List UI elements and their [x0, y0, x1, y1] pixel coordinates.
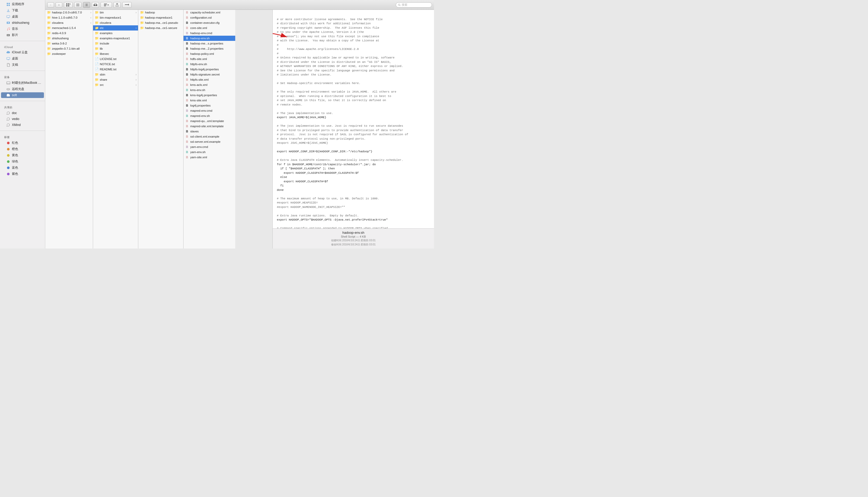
- list-item[interactable]: 🗎 hadoop-policy.xml: [184, 51, 235, 56]
- list-item[interactable]: 📁 examples-mapreduce1: [93, 36, 138, 41]
- list-view-button[interactable]: [74, 2, 82, 8]
- action-button[interactable]: [122, 2, 132, 8]
- sidebar-item-green[interactable]: 绿色: [1, 158, 44, 165]
- column-view-button[interactable]: [83, 2, 90, 8]
- list-item[interactable]: 📁 bin ›: [93, 10, 138, 15]
- list-item[interactable]: 📁 cloudera: [93, 20, 138, 25]
- xml-icon: 🗎: [185, 83, 189, 87]
- list-item[interactable]: 🗎 hadoop-me...2.properties: [184, 46, 235, 51]
- list-item[interactable]: 🗎 ssl-server.xml.example: [184, 139, 235, 144]
- list-item[interactable]: 🗎 httpfs-signature.secret: [184, 72, 235, 77]
- search-box[interactable]: 搜索: [396, 2, 432, 8]
- list-item[interactable]: 🗎 configuration.xsl: [184, 15, 235, 20]
- list-item[interactable]: 🗎 mapred-qu...xml.template: [184, 118, 235, 124]
- list-item[interactable]: 📁 zeppelin-0.7.1-bin-all: [45, 46, 93, 51]
- list-item[interactable]: 📁 hive-1.1.0-cdh5.7.0 ›: [45, 15, 93, 20]
- list-item[interactable]: 📁 redis-4.0.9: [45, 30, 93, 36]
- cover-flow-button[interactable]: [92, 2, 99, 8]
- list-item[interactable]: 📁 include: [93, 41, 138, 46]
- svg-rect-29: [104, 4, 107, 4]
- list-item[interactable]: 📁 zookeeper: [45, 51, 93, 56]
- sidebar-item-soft[interactable]: soft: [1, 92, 44, 98]
- list-item[interactable]: 🗎 kms-env.sh: [184, 87, 235, 93]
- list-item[interactable]: 🗎 yarn-site.xml: [184, 155, 235, 160]
- list-item[interactable]: 🗎 kms-site.xml: [184, 98, 235, 103]
- sidebar-item-shishusheng[interactable]: shishusheng: [1, 20, 44, 26]
- list-item[interactable]: 🗎 httpfs-env.sh: [184, 61, 235, 67]
- list-item[interactable]: 🗎 ssl-client.xml.example: [184, 134, 235, 139]
- arrange-button[interactable]: ▾: [101, 2, 112, 8]
- svg-rect-20: [68, 5, 69, 6]
- list-item[interactable]: 🗎 kms-log4j.properties: [184, 93, 235, 98]
- list-item[interactable]: 📁 shishusheng: [45, 36, 93, 41]
- list-item[interactable]: 🗎 mapred-env.cmd: [184, 108, 235, 113]
- sidebar-favorites: 应用程序 下载 桌面 shishusheng 音乐: [0, 0, 45, 39]
- sidebar-item-icloud-docs[interactable]: 文稿: [1, 62, 44, 68]
- list-item[interactable]: 📁 sbin ›: [93, 72, 138, 77]
- sidebar-item-macbook[interactable]: 时曙生的MacBook Pro: [1, 80, 44, 86]
- sidebar-item-apps[interactable]: 应用程序: [1, 1, 44, 7]
- list-item[interactable]: 🗎 yarn-env.sh: [184, 150, 235, 155]
- icon-view-button[interactable]: [64, 2, 73, 8]
- list-item[interactable]: 🗎 log4j.properties: [184, 103, 235, 108]
- list-item[interactable]: 🗎 container-executor.cfg: [184, 20, 235, 25]
- list-item[interactable]: 📁 hadoop-ma...ce1-pseudo: [138, 20, 183, 25]
- list-item[interactable]: 🗎 core-site.xml: [184, 25, 235, 30]
- back-button[interactable]: ‹: [47, 2, 54, 8]
- svg-rect-19: [66, 5, 68, 6]
- sidebar-item-doc[interactable]: doc: [1, 110, 44, 116]
- list-item[interactable]: 📁 hadoop-mapreduce1: [138, 15, 183, 20]
- chevron-right-icon: ›: [136, 27, 136, 29]
- share-button[interactable]: [114, 2, 121, 8]
- list-item[interactable]: 🗎 capacity-scheduler.xml: [184, 10, 235, 15]
- sidebar-item-movies[interactable]: 影片: [1, 32, 44, 38]
- sidebar-item-vedio[interactable]: vedio: [1, 116, 44, 122]
- folder-icon: 📁: [47, 26, 51, 30]
- list-item[interactable]: 🗎 hdfs-site.xml: [184, 56, 235, 61]
- list-item[interactable]: 📄 LICENSE.txt: [93, 56, 138, 61]
- list-item[interactable]: 📁 weka-3-8-2: [45, 41, 93, 46]
- list-item[interactable]: 🗎 hadoop-env.cmd: [184, 30, 235, 36]
- sidebar-item-orange[interactable]: 橙色: [1, 146, 44, 152]
- list-item[interactable]: 📁 hadoop: [138, 10, 183, 15]
- list-item[interactable]: 📁 hadoop-ma...ce1-secure: [138, 25, 183, 30]
- sidebar-item-icloud-desktop[interactable]: 桌面: [1, 56, 44, 61]
- list-item[interactable]: 🗎 slaves: [184, 129, 235, 134]
- list-item[interactable]: 📁 etc ›: [93, 25, 138, 30]
- list-item[interactable]: 📁 examples: [93, 30, 138, 36]
- svg-rect-10: [7, 57, 10, 59]
- list-item[interactable]: 🗎 httpfs-log4j.properties: [184, 67, 235, 72]
- list-item[interactable]: 🗎 httpfs-site.xml: [184, 77, 235, 82]
- list-item[interactable]: 📁 hadoop-2.6.0-cdh5.7.0 ›: [45, 10, 93, 15]
- list-item[interactable]: 📁 share ›: [93, 77, 138, 82]
- list-item[interactable]: 📁 bin-mapreduce1: [93, 15, 138, 20]
- list-item[interactable]: 🗎 hadoop-me...s.properties: [184, 41, 235, 46]
- sidebar-item-xmind[interactable]: XMind: [1, 122, 44, 128]
- list-item[interactable]: 🗎 mapred-env.sh: [184, 113, 235, 118]
- list-item[interactable]: 📄 NOTICE.txt: [93, 61, 138, 67]
- list-item[interactable]: 📁 memcached-1.5.4: [45, 25, 93, 30]
- preview-filename: hadoop-env.sh: [342, 231, 364, 235]
- forward-button[interactable]: ›: [56, 2, 62, 8]
- sidebar-item-music[interactable]: 音乐: [1, 26, 44, 32]
- sidebar-item-blue[interactable]: 蓝色: [1, 165, 44, 171]
- preview-content[interactable]: # or more contributor license agreements…: [273, 10, 434, 228]
- list-item[interactable]: 📁 lib: [93, 46, 138, 51]
- list-item[interactable]: 📁 src ›: [93, 82, 138, 87]
- list-item[interactable]: 📁 cloudera ›: [45, 20, 93, 25]
- cmd-icon: 🗎: [185, 145, 189, 149]
- sidebar-item-desktop[interactable]: 桌面: [1, 14, 44, 20]
- list-item[interactable]: 🗎 mapred-site.xml.template: [184, 124, 235, 129]
- folder-icon: 📁: [95, 10, 99, 14]
- list-item[interactable]: 🗎 hadoop-env.sh: [184, 36, 235, 41]
- sidebar-item-remote-disk[interactable]: 远程光盘: [1, 86, 44, 92]
- sidebar-item-downloads[interactable]: 下载: [1, 8, 44, 13]
- sidebar-item-icloud-drive[interactable]: iCloud 云盘: [1, 49, 44, 55]
- sidebar-item-yellow[interactable]: 黄色: [1, 152, 44, 158]
- sidebar-item-red[interactable]: 红色: [1, 140, 44, 146]
- sidebar-item-purple[interactable]: 紫色: [1, 171, 44, 177]
- list-item[interactable]: 🗎 yarn-env.cmd: [184, 144, 235, 150]
- list-item[interactable]: 📄 README.txt: [93, 67, 138, 72]
- list-item[interactable]: 📁 libexec: [93, 51, 138, 56]
- list-item[interactable]: 🗎 kms-acls.xml: [184, 82, 235, 87]
